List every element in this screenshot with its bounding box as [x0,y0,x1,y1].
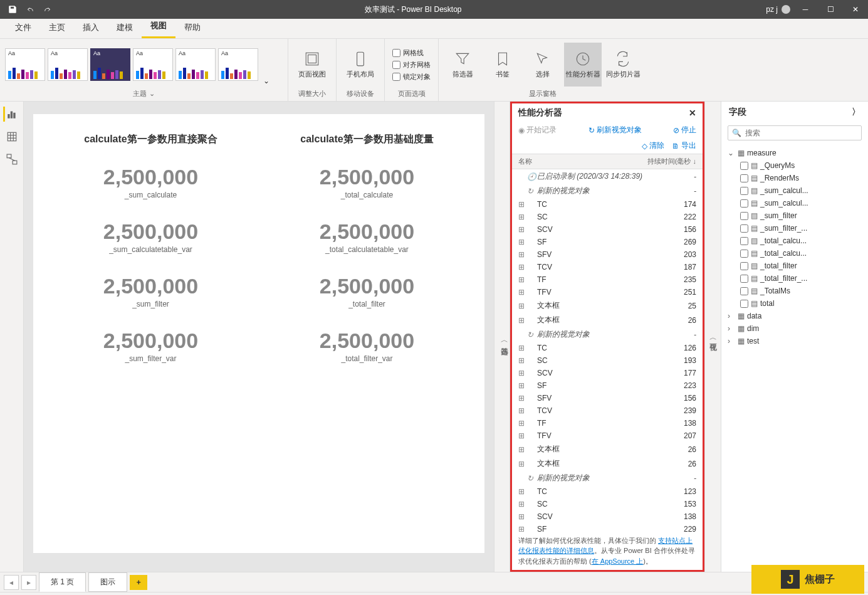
model-view-icon[interactable] [4,152,19,167]
page-tab[interactable]: 图示 [88,572,127,592]
card-visual[interactable]: 2,500,000_total_filter_var [262,321,472,371]
filters-pane-collapsed[interactable]: 〈筛选器 [494,102,510,572]
close-icon[interactable]: ✕ [843,0,868,19]
save-icon[interactable] [5,2,20,17]
perf-analyzer-button[interactable]: 性能分析器 [564,43,602,87]
stop-button[interactable]: ⊘ 停止 [673,125,696,135]
perf-row[interactable]: ⊞SC193 [512,354,703,367]
field-item[interactable]: ▤ _total_filter_... [724,272,865,285]
field-item[interactable]: ▤ total [724,297,865,310]
perf-row[interactable]: ⊞TFV207 [512,429,703,442]
table-item[interactable]: ⌄▦measure [724,147,865,159]
redo-icon[interactable] [40,2,55,17]
field-item[interactable]: ▤ _total_calcu... [724,234,865,247]
report-view-icon[interactable] [3,107,18,122]
table-item[interactable]: ›▦dim [724,322,865,335]
text-visual[interactable]: calculate第一参数用基础度量 [262,127,472,152]
field-item[interactable]: ▤ _total_calcu... [724,247,865,260]
field-item[interactable]: ▤ _sum_filter_... [724,222,865,234]
field-item[interactable]: ▤ _sum_filter [724,209,865,222]
perf-row[interactable]: ⊞SF229 [512,523,703,532]
ribbon-tab[interactable]: 插入 [74,17,108,38]
perf-row[interactable]: ⊞TF138 [512,417,703,429]
page-tab[interactable]: 第 1 页 [39,572,86,592]
perf-row[interactable]: ⊞文本框26 [512,456,703,471]
close-pane-icon[interactable]: ✕ [689,108,696,118]
table-item[interactable]: ›▦data [724,310,865,322]
perf-row[interactable]: ⊞SCV177 [512,367,703,379]
perf-row[interactable]: ⊞TCV239 [512,404,703,417]
ribbon-tab[interactable]: 建模 [108,17,142,38]
perf-row[interactable]: ⊞TF235 [512,273,703,286]
perf-row[interactable]: ↻刷新的视觉对象- [512,471,703,485]
report-canvas[interactable]: calculate第一参数用直接聚合 calculate第一参数用基础度量 2,… [24,102,494,572]
visualizations-pane-collapsed[interactable]: 〈 可视化 [704,102,721,572]
search-input[interactable] [745,129,857,137]
appsource-link[interactable]: 在 AppSource 上 [592,557,644,565]
collapse-fields-icon[interactable]: 〉 [852,107,860,118]
perf-row[interactable]: ⊞SF269 [512,236,703,248]
theme-swatch[interactable]: Aa [48,48,88,81]
undo-icon[interactable] [23,2,38,17]
perf-row[interactable]: ⊞TC174 [512,198,703,211]
perf-row[interactable]: ⊞文本框25 [512,298,703,313]
ribbon-tab[interactable]: 视图 [142,15,175,38]
ribbon-tab[interactable]: 文件 [6,17,40,38]
field-item[interactable]: ▤ _sum_calcul... [724,197,865,209]
card-visual[interactable]: 2,500,000_sum_calculatetable_var [46,212,256,261]
next-page-icon[interactable]: ▸ [21,575,36,590]
card-visual[interactable]: 2,500,000_sum_filter [46,266,256,316]
theme-swatch[interactable]: Aa [5,48,45,81]
perf-row[interactable]: ⊞文本框26 [512,313,703,327]
table-item[interactable]: ›▦test [724,335,865,347]
data-view-icon[interactable] [4,129,19,144]
perf-row[interactable]: ⊞文本框26 [512,442,703,456]
perf-row[interactable]: ⊞SFV203 [512,248,703,261]
user-info[interactable]: pz j [766,5,793,14]
card-visual[interactable]: 2,500,000_sum_calculate [46,157,256,207]
field-item[interactable]: ▤ _total_filter [724,260,865,272]
perf-row[interactable]: ⊞SCV138 [512,510,703,523]
card-visual[interactable]: 2,500,000_total_calculatetable_var [262,212,472,261]
phone-layout-button[interactable]: 手机布局 [342,43,379,87]
perf-row[interactable]: ↻刷新的视觉对象- [512,327,703,342]
perf-row[interactable]: ⊞SF223 [512,379,703,392]
theme-swatch[interactable]: Aa [133,48,173,81]
perf-row[interactable]: ⊞SC153 [512,498,703,510]
theme-swatch[interactable]: Aa [90,48,130,81]
prev-page-icon[interactable]: ◂ [4,575,19,590]
perf-row[interactable]: ⊞TC123 [512,485,703,498]
clear-button[interactable]: ◇ 清除 [642,140,664,151]
card-visual[interactable]: 2,500,000_total_filter [262,266,472,316]
gridlines-check[interactable]: 网格线 [392,48,431,58]
field-item[interactable]: ▤ _QueryMs [724,159,865,172]
perf-row[interactable]: ⊞SC222 [512,211,703,223]
export-button[interactable]: 🗎 导出 [672,140,696,151]
card-visual[interactable]: 2,500,000_total_calculate [262,157,472,207]
perf-row[interactable]: ⊞SCV156 [512,223,703,236]
start-recording-button[interactable]: ◉ 开始记录 [518,125,557,135]
ribbon-tab[interactable]: 主页 [40,17,74,38]
field-item[interactable]: ▤ _sum_calcul... [724,184,865,197]
selection-button[interactable]: 选择 [524,43,562,87]
perf-row[interactable]: ↻刷新的视觉对象- [512,184,703,198]
page-view-button[interactable]: 页面视图 [293,43,331,87]
theme-more-icon[interactable]: ⌄ [261,74,272,88]
chevron-down-icon[interactable]: ⌄ [149,90,155,98]
perf-row[interactable]: 🕘已启动录制 (2020/3/3 14:28:39)- [512,169,703,184]
ribbon-tab[interactable]: 帮助 [175,17,209,38]
lock-check[interactable]: 锁定对象 [392,72,431,82]
field-item[interactable]: ▤ _TotalMs [724,285,865,297]
col-name[interactable]: 名称 [518,157,646,166]
card-visual[interactable]: 2,500,000_sum_filter_var [46,321,256,371]
minimize-icon[interactable]: ─ [793,0,818,19]
perf-row[interactable]: ⊞SFV156 [512,392,703,404]
col-duration[interactable]: 持续时间(毫秒 [647,157,691,165]
text-visual[interactable]: calculate第一参数用直接聚合 [46,127,256,152]
perf-row[interactable]: ⊞TFV251 [512,286,703,298]
sync-slicers-button[interactable]: 同步切片器 [604,43,642,87]
fields-search[interactable]: 🔍 [728,125,862,140]
field-item[interactable]: ▤ _RenderMs [724,172,865,184]
theme-swatch[interactable]: Aa [218,48,258,81]
perf-row[interactable]: ⊞TCV187 [512,261,703,273]
